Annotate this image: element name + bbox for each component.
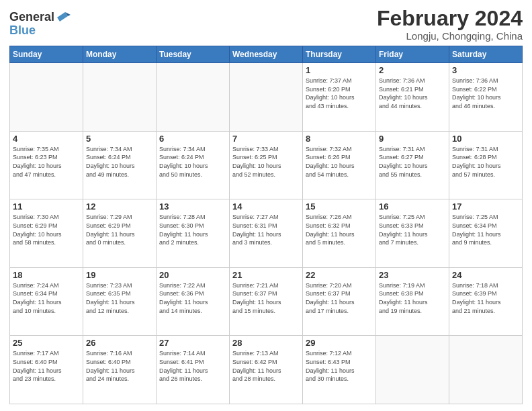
calendar-header-wednesday: Wednesday <box>230 46 303 63</box>
calendar-cell: 6Sunrise: 7:34 AM Sunset: 6:24 PM Daylig… <box>157 131 230 199</box>
day-info: Sunrise: 7:31 AM Sunset: 6:28 PM Dayligh… <box>452 145 519 179</box>
day-info: Sunrise: 7:35 AM Sunset: 6:23 PM Dayligh… <box>13 145 80 179</box>
day-number: 12 <box>86 201 153 212</box>
calendar-cell: 24Sunrise: 7:18 AM Sunset: 6:39 PM Dayli… <box>449 267 523 336</box>
day-number: 2 <box>379 65 446 75</box>
day-info: Sunrise: 7:16 AM Sunset: 6:40 PM Dayligh… <box>86 349 153 383</box>
day-info: Sunrise: 7:13 AM Sunset: 6:42 PM Dayligh… <box>232 349 300 383</box>
calendar-cell <box>230 63 303 132</box>
calendar-cell: 2Sunrise: 7:36 AM Sunset: 6:21 PM Daylig… <box>376 63 449 132</box>
day-number: 27 <box>159 338 226 348</box>
calendar-table: SundayMondayTuesdayWednesdayThursdayFrid… <box>9 46 523 404</box>
day-info: Sunrise: 7:33 AM Sunset: 6:25 PM Dayligh… <box>232 145 300 179</box>
day-number: 23 <box>379 270 446 280</box>
calendar-cell: 22Sunrise: 7:20 AM Sunset: 6:37 PM Dayli… <box>303 267 376 336</box>
calendar-week-4: 25Sunrise: 7:17 AM Sunset: 6:40 PM Dayli… <box>10 336 523 404</box>
day-number: 28 <box>232 338 300 348</box>
calendar-cell: 11Sunrise: 7:30 AM Sunset: 6:29 PM Dayli… <box>10 199 83 268</box>
day-number: 6 <box>159 134 226 144</box>
calendar-cell: 29Sunrise: 7:12 AM Sunset: 6:43 PM Dayli… <box>303 336 376 404</box>
day-number: 20 <box>159 270 226 280</box>
day-number: 17 <box>452 201 519 212</box>
calendar-subtitle: Longju, Chongqing, China <box>377 30 523 42</box>
calendar-cell: 28Sunrise: 7:13 AM Sunset: 6:42 PM Dayli… <box>230 336 303 404</box>
calendar-header-sunday: Sunday <box>10 46 83 63</box>
calendar-cell <box>449 336 523 404</box>
day-number: 4 <box>13 134 80 144</box>
day-number: 21 <box>232 270 300 280</box>
calendar-cell: 19Sunrise: 7:23 AM Sunset: 6:35 PM Dayli… <box>83 267 157 336</box>
calendar-cell <box>376 336 449 404</box>
header: General Blue February 2024 Longju, Chong… <box>9 7 523 42</box>
day-info: Sunrise: 7:27 AM Sunset: 6:31 PM Dayligh… <box>232 213 300 246</box>
calendar-cell: 1Sunrise: 7:37 AM Sunset: 6:20 PM Daylig… <box>303 63 376 132</box>
calendar-cell: 25Sunrise: 7:17 AM Sunset: 6:40 PM Dayli… <box>10 336 83 404</box>
day-info: Sunrise: 7:26 AM Sunset: 6:32 PM Dayligh… <box>306 213 373 246</box>
day-info: Sunrise: 7:29 AM Sunset: 6:29 PM Dayligh… <box>86 213 153 246</box>
day-number: 9 <box>379 134 446 144</box>
calendar-cell: 15Sunrise: 7:26 AM Sunset: 6:32 PM Dayli… <box>303 199 376 268</box>
day-number: 3 <box>452 65 519 75</box>
calendar-cell: 27Sunrise: 7:14 AM Sunset: 6:41 PM Dayli… <box>157 336 230 404</box>
day-number: 5 <box>86 134 153 144</box>
calendar-cell: 9Sunrise: 7:31 AM Sunset: 6:27 PM Daylig… <box>376 131 449 199</box>
day-info: Sunrise: 7:32 AM Sunset: 6:26 PM Dayligh… <box>306 145 373 179</box>
day-info: Sunrise: 7:18 AM Sunset: 6:39 PM Dayligh… <box>452 281 519 315</box>
day-info: Sunrise: 7:24 AM Sunset: 6:34 PM Dayligh… <box>13 281 80 315</box>
calendar-cell: 3Sunrise: 7:36 AM Sunset: 6:22 PM Daylig… <box>449 63 523 132</box>
day-info: Sunrise: 7:37 AM Sunset: 6:20 PM Dayligh… <box>306 77 373 110</box>
day-info: Sunrise: 7:19 AM Sunset: 6:38 PM Dayligh… <box>379 281 446 315</box>
calendar-cell: 4Sunrise: 7:35 AM Sunset: 6:23 PM Daylig… <box>10 131 83 199</box>
day-number: 13 <box>159 201 226 212</box>
calendar-cell: 18Sunrise: 7:24 AM Sunset: 6:34 PM Dayli… <box>10 267 83 336</box>
day-info: Sunrise: 7:30 AM Sunset: 6:29 PM Dayligh… <box>13 213 80 246</box>
day-number: 18 <box>13 270 80 280</box>
day-number: 26 <box>86 338 153 348</box>
day-info: Sunrise: 7:36 AM Sunset: 6:21 PM Dayligh… <box>379 77 446 110</box>
logo-general-text: General <box>9 11 54 23</box>
calendar-cell: 12Sunrise: 7:29 AM Sunset: 6:29 PM Dayli… <box>83 199 157 268</box>
day-number: 25 <box>13 338 80 348</box>
calendar-week-0: 1Sunrise: 7:37 AM Sunset: 6:20 PM Daylig… <box>10 63 523 132</box>
calendar-cell: 10Sunrise: 7:31 AM Sunset: 6:28 PM Dayli… <box>449 131 523 199</box>
day-number: 15 <box>306 201 373 212</box>
day-number: 11 <box>13 201 80 212</box>
calendar-cell: 13Sunrise: 7:28 AM Sunset: 6:30 PM Dayli… <box>157 199 230 268</box>
day-number: 1 <box>306 65 373 75</box>
day-number: 16 <box>379 201 446 212</box>
calendar-header-tuesday: Tuesday <box>157 46 230 63</box>
calendar-header-friday: Friday <box>376 46 449 63</box>
day-number: 7 <box>232 134 300 144</box>
calendar-header-monday: Monday <box>83 46 157 63</box>
calendar-header-thursday: Thursday <box>303 46 376 63</box>
page: General Blue February 2024 Longju, Chong… <box>0 0 532 411</box>
calendar-week-1: 4Sunrise: 7:35 AM Sunset: 6:23 PM Daylig… <box>10 131 523 199</box>
title-block: February 2024 Longju, Chongqing, China <box>377 7 523 42</box>
day-info: Sunrise: 7:34 AM Sunset: 6:24 PM Dayligh… <box>86 145 153 179</box>
day-info: Sunrise: 7:14 AM Sunset: 6:41 PM Dayligh… <box>159 349 226 383</box>
day-number: 10 <box>452 134 519 144</box>
calendar-cell <box>157 63 230 132</box>
day-info: Sunrise: 7:20 AM Sunset: 6:37 PM Dayligh… <box>306 281 373 315</box>
day-number: 14 <box>232 201 300 212</box>
day-info: Sunrise: 7:36 AM Sunset: 6:22 PM Dayligh… <box>452 77 519 110</box>
day-info: Sunrise: 7:25 AM Sunset: 6:33 PM Dayligh… <box>379 213 446 246</box>
calendar-cell: 20Sunrise: 7:22 AM Sunset: 6:36 PM Dayli… <box>157 267 230 336</box>
calendar-cell: 8Sunrise: 7:32 AM Sunset: 6:26 PM Daylig… <box>303 131 376 199</box>
day-number: 8 <box>306 134 373 144</box>
day-info: Sunrise: 7:22 AM Sunset: 6:36 PM Dayligh… <box>159 281 226 315</box>
day-info: Sunrise: 7:25 AM Sunset: 6:34 PM Dayligh… <box>452 213 519 246</box>
calendar-week-3: 18Sunrise: 7:24 AM Sunset: 6:34 PM Dayli… <box>10 267 523 336</box>
logo: General Blue <box>9 9 71 37</box>
day-info: Sunrise: 7:23 AM Sunset: 6:35 PM Dayligh… <box>86 281 153 315</box>
day-number: 22 <box>306 270 373 280</box>
calendar-title: February 2024 <box>377 7 523 30</box>
day-info: Sunrise: 7:21 AM Sunset: 6:37 PM Dayligh… <box>232 281 300 315</box>
day-number: 19 <box>86 270 153 280</box>
calendar-cell: 21Sunrise: 7:21 AM Sunset: 6:37 PM Dayli… <box>230 267 303 336</box>
logo-icon <box>56 9 71 24</box>
day-info: Sunrise: 7:12 AM Sunset: 6:43 PM Dayligh… <box>306 349 373 383</box>
day-info: Sunrise: 7:28 AM Sunset: 6:30 PM Dayligh… <box>159 213 226 246</box>
day-info: Sunrise: 7:34 AM Sunset: 6:24 PM Dayligh… <box>159 145 226 179</box>
logo-blue-text: Blue <box>9 24 36 37</box>
